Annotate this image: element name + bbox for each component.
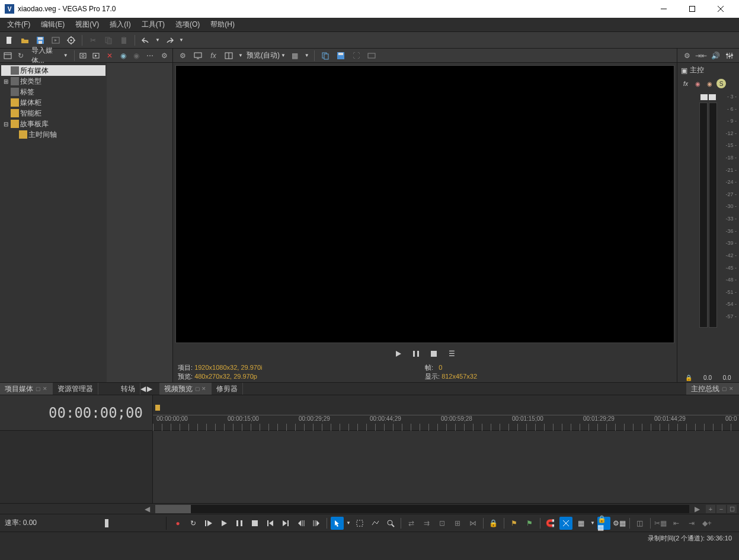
cut-button[interactable]: ✂ xyxy=(87,34,99,46)
enable-snapping-button[interactable]: 🔒▦ xyxy=(597,517,610,530)
stop-button[interactable] xyxy=(427,347,440,360)
undo-button[interactable] xyxy=(140,34,152,46)
envelope-tool[interactable] xyxy=(369,517,382,530)
go-start-button[interactable] xyxy=(264,517,277,530)
stop-transport-button[interactable] xyxy=(248,517,261,530)
nest-timeline-button[interactable]: ◫ xyxy=(634,517,647,530)
expand-icon[interactable]: ⊞ xyxy=(2,78,9,85)
menu-tools[interactable]: 工具(T) xyxy=(139,18,167,31)
ignore-grouping-button[interactable]: ⊞ xyxy=(451,517,464,530)
master-settings-icon[interactable]: ⚙ xyxy=(681,50,693,62)
zoom-in-button[interactable]: + xyxy=(706,505,715,513)
play-button[interactable] xyxy=(392,347,405,360)
tree-smart-bins[interactable]: 智能柜 xyxy=(1,108,105,119)
quantize-dropdown[interactable]: ▼ xyxy=(590,520,595,526)
redo-dropdown[interactable]: ▼ xyxy=(179,37,184,43)
meter-toggle-r[interactable] xyxy=(709,94,716,100)
scroll-left-icon[interactable]: ◀ xyxy=(145,505,150,513)
tab-explorer[interactable]: 资源管理器 xyxy=(53,383,98,395)
split-button[interactable]: ✂▦ xyxy=(654,517,667,530)
get-media-icon[interactable] xyxy=(91,50,102,62)
lock-envelopes-button[interactable]: ⊡ xyxy=(436,517,449,530)
tree-storyboards[interactable]: ⊟ 故事板库 xyxy=(1,119,105,129)
snap-button[interactable]: 🧲 xyxy=(544,517,557,530)
tree-tags[interactable]: 标签 xyxy=(1,87,105,97)
timeline-settings-button[interactable]: ⚙▦ xyxy=(613,517,626,530)
meter-toggle-l[interactable] xyxy=(700,94,708,100)
media-fx2-icon[interactable]: ◉ xyxy=(131,50,142,62)
preview-menu-icon[interactable]: ☰ xyxy=(445,347,458,360)
lock-events-button[interactable]: 🔒 xyxy=(487,517,500,530)
timecode-display[interactable]: 00:00:00;00 xyxy=(0,395,153,431)
undo-dropdown[interactable]: ▼ xyxy=(155,37,160,43)
close-button[interactable] xyxy=(707,0,734,18)
tab-master-bus[interactable]: 主控总线▢ ✕ xyxy=(686,383,739,395)
marker-button[interactable]: ⚑ xyxy=(508,517,521,530)
playhead-marker[interactable] xyxy=(155,405,160,411)
master-solo-button[interactable]: S xyxy=(716,79,726,88)
copy-snapshot-icon[interactable] xyxy=(319,50,331,62)
zoom-fit-button[interactable]: ◻ xyxy=(727,505,737,513)
tree-media-bins[interactable]: 媒体柜 xyxy=(1,97,105,108)
media-fx-icon[interactable]: ◉ xyxy=(117,50,128,62)
preview-viewport[interactable] xyxy=(175,65,674,343)
save-snapshot-icon[interactable] xyxy=(335,50,347,62)
tab-prev-icon[interactable]: ◀ xyxy=(140,385,146,393)
tree-main-timeline[interactable]: 主时间轴 xyxy=(1,129,105,140)
track-headers-area[interactable] xyxy=(0,431,153,503)
paste-button[interactable] xyxy=(118,34,130,46)
tab-next-icon[interactable]: ▶ xyxy=(147,385,152,393)
timeline-ruler[interactable]: 00:00:00;0000:00:15;0000:00:29;2900:00:4… xyxy=(153,395,739,431)
video-fx-icon[interactable]: fx xyxy=(207,50,219,62)
menu-options[interactable]: 选项(O) xyxy=(173,18,202,31)
tree-by-type[interactable]: ⊞ 按类型 xyxy=(1,76,105,87)
menu-insert[interactable]: 插入(I) xyxy=(107,18,133,31)
master-fx-button[interactable]: fx xyxy=(681,79,690,88)
split-screen-icon[interactable] xyxy=(223,50,235,62)
scroll-thumb[interactable] xyxy=(155,505,191,513)
split-dropdown[interactable]: ▼ xyxy=(238,53,243,58)
media-content-area[interactable] xyxy=(107,63,172,382)
remove-icon[interactable]: ✕ xyxy=(104,50,115,62)
preview-settings-icon[interactable]: ⚙ xyxy=(177,50,188,62)
minimize-button[interactable] xyxy=(650,0,677,18)
meter-channel-right[interactable] xyxy=(709,103,717,328)
pause-button[interactable] xyxy=(410,347,423,360)
toggle-icon[interactable] xyxy=(366,50,378,62)
tab-transitions[interactable]: 转场 xyxy=(116,383,140,395)
capture-icon[interactable] xyxy=(78,50,89,62)
edit-tool-dropdown[interactable]: ▼ xyxy=(346,520,351,526)
views-icon[interactable]: ⋯ xyxy=(144,50,156,62)
maximize-button[interactable] xyxy=(679,0,706,18)
media-props-icon[interactable] xyxy=(2,50,13,62)
play-from-start-button[interactable] xyxy=(202,517,215,530)
pause-transport-button[interactable] xyxy=(233,517,246,530)
next-frame-button[interactable] xyxy=(310,517,323,530)
master-plugin1-icon[interactable]: ◉ xyxy=(693,79,702,88)
scale-icon[interactable]: ⛶ xyxy=(350,50,362,62)
auto-ripple-button[interactable]: ⇄ xyxy=(405,517,418,530)
trim-start-button[interactable]: ⇤ xyxy=(670,517,683,530)
external-monitor-icon[interactable] xyxy=(192,50,204,62)
tree-all-media[interactable]: 所有媒体 xyxy=(1,65,105,76)
preview-quality-dropdown[interactable]: 预览(自动) ▼ xyxy=(247,50,286,60)
selection-tool[interactable] xyxy=(353,517,366,530)
downmix-icon[interactable]: ⇥⇤ xyxy=(695,50,707,62)
timeline-scrollbar[interactable]: ◀ ▶ xyxy=(155,505,689,513)
redo-button[interactable] xyxy=(164,34,175,46)
master-plugin2-icon[interactable]: ◉ xyxy=(705,79,714,88)
meter-channel-left[interactable] xyxy=(699,103,708,328)
overlays-dropdown[interactable]: ▼ xyxy=(305,53,309,58)
new-project-button[interactable] xyxy=(4,34,15,46)
play-transport-button[interactable] xyxy=(217,517,231,530)
normal-edit-tool[interactable] xyxy=(331,517,344,530)
auto-crossfade-button[interactable]: ⋈ xyxy=(466,517,479,530)
menu-view[interactable]: 视图(V) xyxy=(73,18,101,31)
scroll-right-icon[interactable]: ▶ xyxy=(695,505,700,513)
zoom-out-button[interactable]: − xyxy=(716,505,726,513)
add-marker-button[interactable]: ◆+ xyxy=(700,517,714,530)
refresh-icon[interactable]: ↻ xyxy=(15,50,26,62)
trim-end-button[interactable]: ⇥ xyxy=(685,517,698,530)
tab-project-media[interactable]: 项目媒体▢ ✕ xyxy=(0,383,53,395)
record-button[interactable]: ● xyxy=(171,517,184,530)
